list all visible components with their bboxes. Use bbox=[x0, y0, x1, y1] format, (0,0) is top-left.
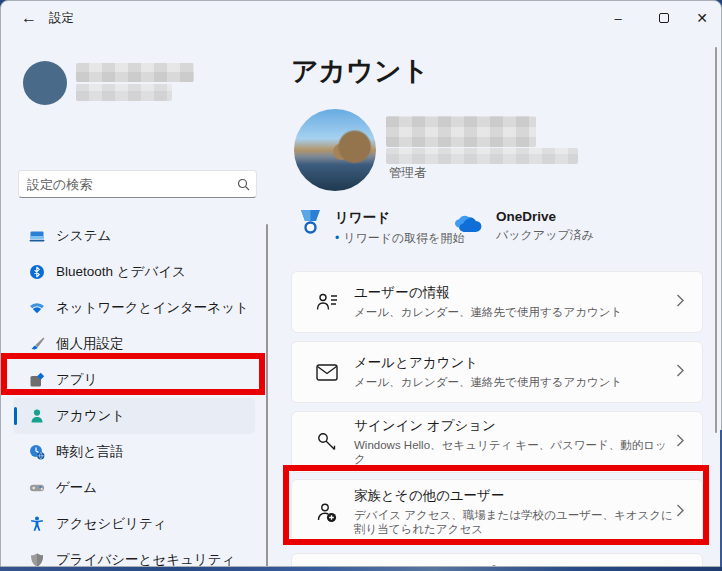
user-name-redacted bbox=[76, 63, 194, 82]
sidebar-item-network[interactable]: ネットワークとインターネット bbox=[13, 290, 255, 326]
sidebar-item-label: 時刻と言語 bbox=[56, 443, 124, 461]
user-info-icon bbox=[316, 291, 338, 313]
sidebar-item-label: ネットワークとインターネット bbox=[56, 299, 249, 317]
chevron-right-icon bbox=[676, 503, 684, 521]
status-dot: • bbox=[335, 231, 339, 245]
card-subtitle: メール、カレンダー、連絡先で使用するアカウント bbox=[354, 305, 676, 319]
minimize-button[interactable]: – bbox=[595, 1, 641, 35]
card-subtitle: デバイス アクセス、職場または学校のユーザー、キオスクに割り当てられたアクセス bbox=[354, 508, 676, 537]
sidebar-item-time-language[interactable]: 時刻と言語 bbox=[13, 434, 255, 470]
accessibility-icon bbox=[29, 516, 45, 532]
back-button[interactable]: ← bbox=[13, 5, 45, 31]
page-title: アカウント bbox=[291, 53, 429, 89]
rewards-chip[interactable]: リワード •リワードの取得を開始 bbox=[299, 209, 465, 247]
card-title: メールとアカウント bbox=[354, 354, 676, 372]
card-email-accounts[interactable]: メールとアカウント メール、カレンダー、連絡先で使用するアカウント bbox=[291, 341, 703, 403]
bluetooth-icon bbox=[29, 264, 45, 280]
back-arrow-icon: ← bbox=[21, 9, 37, 27]
sidebar-item-label: システム bbox=[56, 227, 111, 245]
sidebar-item-system[interactable]: システム bbox=[13, 218, 255, 254]
search-icon bbox=[230, 178, 256, 191]
sidebar-item-label: Bluetooth とデバイス bbox=[56, 263, 186, 281]
gamepad-icon bbox=[29, 480, 45, 496]
apps-icon bbox=[29, 372, 45, 388]
user-email-redacted bbox=[76, 84, 172, 101]
email-icon bbox=[316, 361, 338, 383]
card-windows-backup[interactable]: Windows バックアップ bbox=[291, 553, 703, 567]
chevron-right-icon bbox=[676, 433, 684, 451]
sidebar-item-gaming[interactable]: ゲーム bbox=[13, 470, 255, 506]
sidebar-item-label: ゲーム bbox=[56, 479, 97, 497]
card-signin-options[interactable]: サインイン オプション Windows Hello、セキュリティ キー、パスワー… bbox=[291, 411, 703, 473]
card-title: 家族とその他のユーザー bbox=[354, 487, 676, 505]
rewards-title: リワード bbox=[335, 209, 465, 227]
desktop-background-strip bbox=[0, 567, 722, 571]
profile-email-redacted bbox=[386, 148, 578, 164]
card-subtitle: Windows Hello、セキュリティ キー、パスワード、動的ロック bbox=[354, 438, 676, 467]
settings-search bbox=[18, 170, 257, 198]
rewards-icon bbox=[299, 209, 322, 240]
onedrive-chip[interactable]: OneDrive バックアップ済み bbox=[453, 209, 594, 244]
sidebar-item-apps[interactable]: アプリ bbox=[13, 362, 255, 398]
sidebar-item-bluetooth[interactable]: Bluetooth とデバイス bbox=[13, 254, 255, 290]
sidebar-item-label: アカウント bbox=[56, 407, 125, 425]
close-button[interactable]: ✕ bbox=[679, 1, 722, 35]
main-content: アカウント 管理者 リワード •リワードの取得を開始 OneDrive バックア… bbox=[281, 41, 721, 566]
card-title: サインイン オプション bbox=[354, 417, 676, 435]
sidebar-item-label: アクセシビリティ bbox=[56, 515, 167, 533]
network-wifi-icon bbox=[29, 300, 45, 316]
titlebar: ← 設定 – ✕ bbox=[1, 1, 721, 41]
paintbrush-icon bbox=[29, 336, 45, 352]
chevron-right-icon bbox=[676, 363, 684, 381]
sidebar-item-personalization[interactable]: 個人用設定 bbox=[13, 326, 255, 362]
family-add-user-icon bbox=[316, 501, 338, 523]
onedrive-subtitle: バックアップ済み bbox=[496, 227, 594, 244]
chevron-right-icon bbox=[676, 293, 684, 311]
user-avatar-large bbox=[294, 109, 376, 191]
main-scrollbar[interactable] bbox=[715, 47, 717, 433]
sidebar-item-label: アプリ bbox=[56, 371, 97, 389]
selected-accent-bar bbox=[14, 407, 17, 425]
shield-icon bbox=[29, 552, 45, 567]
search-input[interactable] bbox=[19, 177, 230, 192]
settings-window: ← 設定 – ✕ bbox=[0, 0, 722, 567]
system-icon bbox=[29, 228, 45, 244]
rewards-subtitle: リワードの取得を開始 bbox=[343, 231, 464, 245]
sidebar-item-label: プライバシーとセキュリティ bbox=[56, 551, 235, 567]
onedrive-icon bbox=[453, 213, 483, 237]
sidebar-nav: システム Bluetooth とデバイス ネットワークとインターネット 個人用設… bbox=[1, 218, 263, 567]
card-subtitle: メール、カレンダー、連絡先で使用するアカウント bbox=[354, 375, 676, 389]
key-icon bbox=[316, 431, 338, 453]
profile-name-redacted bbox=[386, 116, 536, 147]
card-family-other-users[interactable]: 家族とその他のユーザー デバイス アクセス、職場または学校のユーザー、キオスクに… bbox=[291, 479, 703, 545]
time-language-icon bbox=[29, 444, 45, 460]
onedrive-title: OneDrive bbox=[496, 209, 594, 224]
window-title: 設定 bbox=[49, 10, 74, 27]
sidebar-item-accessibility[interactable]: アクセシビリティ bbox=[13, 506, 255, 542]
card-user-info[interactable]: ユーザーの情報 メール、カレンダー、連絡先で使用するアカウント bbox=[291, 271, 703, 333]
user-avatar-small bbox=[23, 61, 67, 105]
maximize-icon bbox=[659, 13, 669, 23]
accounts-icon bbox=[29, 408, 45, 424]
sidebar-item-label: 個人用設定 bbox=[56, 335, 124, 353]
sidebar-item-privacy[interactable]: プライバシーとセキュリティ bbox=[13, 542, 255, 567]
sidebar-user-chip[interactable] bbox=[15, 59, 255, 111]
account-role: 管理者 bbox=[389, 165, 427, 182]
sidebar-scrollbar[interactable] bbox=[266, 224, 268, 567]
close-icon: ✕ bbox=[696, 10, 708, 26]
sidebar: システム Bluetooth とデバイス ネットワークとインターネット 個人用設… bbox=[1, 41, 271, 566]
minimize-icon: – bbox=[614, 11, 621, 26]
sidebar-item-accounts[interactable]: アカウント bbox=[13, 398, 255, 434]
card-title: ユーザーの情報 bbox=[354, 284, 676, 302]
